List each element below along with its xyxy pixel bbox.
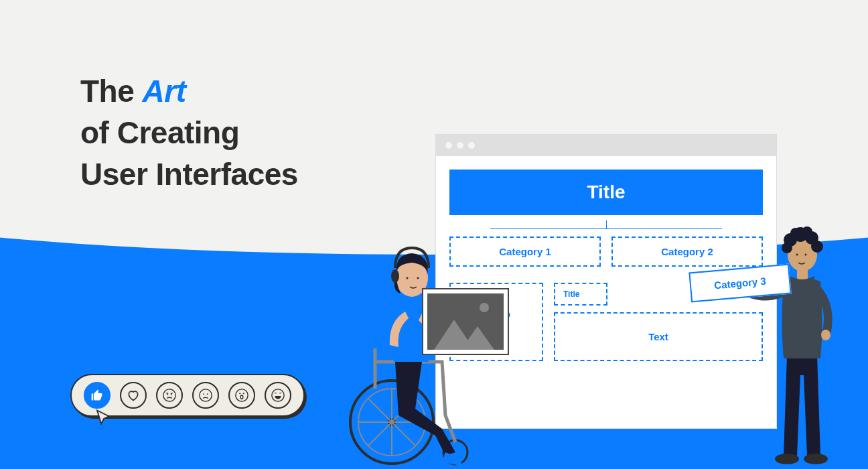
svg-point-20 [407, 277, 409, 279]
wireframe-small-title: Title [554, 283, 607, 306]
reaction-love[interactable] [120, 382, 147, 409]
image-placeholder-card [422, 288, 509, 355]
svg-point-3 [200, 389, 212, 401]
heading-part2: of Creating [80, 115, 239, 150]
image-placeholder-icon [427, 293, 504, 350]
wireframe-title-block: Title [449, 170, 763, 215]
svg-point-36 [796, 254, 798, 256]
reaction-sad[interactable] [192, 382, 219, 409]
svg-point-35 [802, 226, 812, 237]
svg-point-10 [272, 389, 284, 401]
svg-point-7 [239, 393, 240, 394]
heading-part1: The [80, 74, 143, 109]
svg-point-0 [163, 389, 175, 401]
thumbs-up-icon [90, 389, 104, 402]
window-control-dot [457, 142, 463, 149]
page-title: The Art of Creating User Interfaces [80, 70, 298, 195]
heart-icon [127, 389, 140, 402]
reaction-like[interactable] [84, 382, 111, 409]
laugh-face-icon [271, 388, 285, 403]
svg-point-33 [782, 243, 792, 253]
svg-point-21 [417, 277, 419, 279]
window-control-dot [468, 142, 475, 149]
svg-point-26 [821, 330, 830, 340]
person-standing-illustration [750, 214, 857, 469]
cursor-icon [94, 409, 114, 429]
heading-accent: Art [143, 74, 186, 109]
angry-face-icon [162, 388, 177, 403]
svg-point-24 [804, 454, 828, 464]
reaction-angry[interactable] [156, 382, 183, 409]
heading-part3: User Interfaces [80, 157, 298, 192]
svg-point-32 [811, 241, 823, 253]
svg-point-37 [805, 254, 807, 256]
svg-point-8 [243, 393, 244, 394]
svg-point-34 [790, 228, 801, 239]
svg-point-2 [171, 394, 172, 395]
svg-point-4 [203, 393, 204, 395]
svg-point-22 [391, 269, 399, 283]
reaction-wow[interactable] [228, 382, 255, 409]
svg-point-23 [775, 454, 799, 464]
svg-point-1 [167, 394, 168, 395]
svg-point-9 [240, 395, 243, 399]
browser-titlebar [436, 135, 776, 156]
wireframe-text-block: Text [554, 312, 763, 361]
wow-face-icon [234, 388, 249, 403]
sad-face-icon [198, 388, 213, 403]
reaction-laugh[interactable] [265, 382, 291, 409]
window-control-dot [445, 142, 452, 149]
svg-point-5 [207, 393, 208, 395]
wireframe-category-2: Category 2 [611, 237, 763, 267]
